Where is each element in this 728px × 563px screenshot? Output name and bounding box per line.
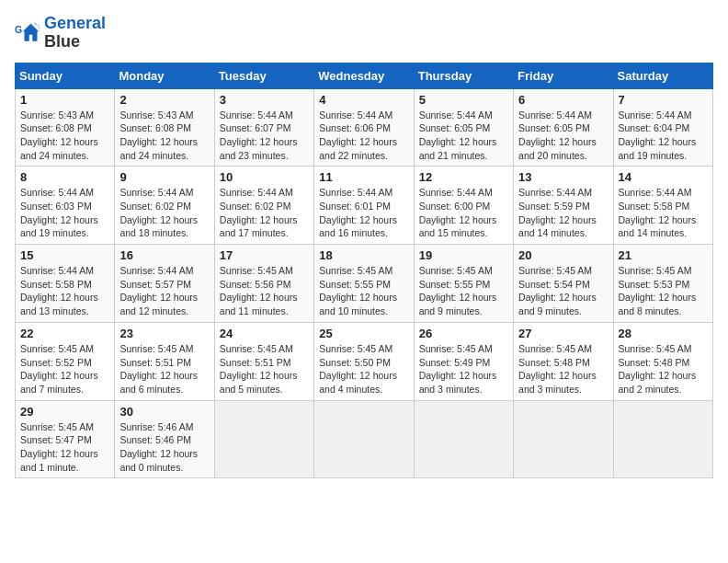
- day-info: Sunrise: 5:45 AM Sunset: 5:48 PM Dayligh…: [619, 342, 708, 396]
- day-number: 16: [119, 248, 209, 262]
- weekday-header: Tuesday: [214, 63, 313, 88]
- day-number: 3: [220, 93, 309, 107]
- day-info: Sunrise: 5:45 AM Sunset: 5:47 PM Dayligh…: [20, 420, 109, 475]
- day-number: 25: [319, 327, 408, 340]
- calendar-week-row: 15 Sunrise: 5:44 AM Sunset: 5:58 PM Dayl…: [16, 245, 713, 323]
- calendar-cell: 15 Sunrise: 5:44 AM Sunset: 5:58 PM Dayl…: [16, 245, 115, 323]
- calendar-week-row: 29 Sunrise: 5:45 AM Sunset: 5:47 PM Dayl…: [16, 400, 713, 478]
- day-info: Sunrise: 5:44 AM Sunset: 6:00 PM Dayligh…: [419, 186, 508, 240]
- calendar-cell: 25 Sunrise: 5:45 AM Sunset: 5:50 PM Dayl…: [314, 322, 414, 400]
- calendar-cell: 23 Sunrise: 5:45 AM Sunset: 5:51 PM Dayl…: [115, 322, 214, 400]
- calendar-cell: 18 Sunrise: 5:45 AM Sunset: 5:55 PM Dayl…: [314, 245, 414, 323]
- calendar-cell: 2 Sunrise: 5:43 AM Sunset: 6:08 PM Dayli…: [115, 88, 214, 167]
- day-info: Sunrise: 5:44 AM Sunset: 6:02 PM Dayligh…: [220, 186, 309, 240]
- calendar-cell: 8 Sunrise: 5:44 AM Sunset: 6:03 PM Dayli…: [16, 167, 115, 245]
- calendar-cell: 24 Sunrise: 5:45 AM Sunset: 5:51 PM Dayl…: [214, 322, 313, 400]
- weekday-header: Thursday: [414, 63, 513, 88]
- day-number: 20: [518, 248, 608, 262]
- weekday-header: Friday: [514, 63, 613, 88]
- calendar-cell: 27 Sunrise: 5:45 AM Sunset: 5:48 PM Dayl…: [514, 322, 613, 400]
- logo-line2: Blue: [44, 33, 106, 52]
- day-info: Sunrise: 5:44 AM Sunset: 6:07 PM Dayligh…: [220, 109, 309, 163]
- calendar-cell: 29 Sunrise: 5:45 AM Sunset: 5:47 PM Dayl…: [16, 400, 115, 478]
- calendar-cell: 16 Sunrise: 5:44 AM Sunset: 5:57 PM Dayl…: [115, 245, 214, 323]
- day-number: 29: [20, 405, 109, 419]
- calendar-cell: 3 Sunrise: 5:44 AM Sunset: 6:07 PM Dayli…: [214, 88, 313, 167]
- day-number: 19: [419, 248, 508, 262]
- day-info: Sunrise: 5:45 AM Sunset: 5:52 PM Dayligh…: [20, 342, 109, 396]
- day-number: 17: [220, 248, 309, 262]
- day-info: Sunrise: 5:44 AM Sunset: 6:01 PM Dayligh…: [319, 186, 408, 240]
- day-info: Sunrise: 5:44 AM Sunset: 5:57 PM Dayligh…: [119, 264, 209, 318]
- weekday-header: Sunday: [16, 63, 115, 88]
- day-number: 22: [20, 327, 109, 340]
- day-info: Sunrise: 5:44 AM Sunset: 5:58 PM Dayligh…: [619, 186, 708, 240]
- calendar-cell: 7 Sunrise: 5:44 AM Sunset: 6:04 PM Dayli…: [613, 88, 712, 167]
- day-number: 12: [419, 170, 508, 184]
- calendar-cell: 9 Sunrise: 5:44 AM Sunset: 6:02 PM Dayli…: [115, 167, 214, 245]
- calendar-cell: [314, 400, 414, 478]
- day-number: 23: [119, 327, 209, 340]
- calendar-cell: 14 Sunrise: 5:44 AM Sunset: 5:58 PM Dayl…: [613, 167, 712, 245]
- day-info: Sunrise: 5:45 AM Sunset: 5:54 PM Dayligh…: [518, 264, 608, 318]
- weekday-header: Saturday: [613, 63, 712, 88]
- day-number: 1: [20, 93, 109, 107]
- day-info: Sunrise: 5:46 AM Sunset: 5:46 PM Dayligh…: [119, 420, 209, 475]
- svg-marker-1: [23, 23, 40, 40]
- page-header: G General Blue: [15, 15, 713, 52]
- weekday-header: Wednesday: [314, 63, 414, 88]
- day-info: Sunrise: 5:44 AM Sunset: 5:58 PM Dayligh…: [20, 264, 109, 318]
- calendar-cell: [514, 400, 613, 478]
- calendar-cell: 19 Sunrise: 5:45 AM Sunset: 5:55 PM Dayl…: [414, 245, 513, 323]
- day-number: 10: [220, 170, 309, 184]
- day-number: 15: [20, 248, 109, 262]
- day-info: Sunrise: 5:44 AM Sunset: 6:04 PM Dayligh…: [619, 109, 708, 163]
- calendar-cell: [613, 400, 712, 478]
- day-number: 9: [119, 170, 209, 184]
- calendar-week-row: 8 Sunrise: 5:44 AM Sunset: 6:03 PM Dayli…: [16, 167, 713, 245]
- day-info: Sunrise: 5:45 AM Sunset: 5:55 PM Dayligh…: [319, 264, 408, 318]
- day-info: Sunrise: 5:45 AM Sunset: 5:49 PM Dayligh…: [419, 342, 508, 396]
- day-info: Sunrise: 5:45 AM Sunset: 5:51 PM Dayligh…: [119, 342, 209, 396]
- logo-line1: General: [44, 15, 106, 33]
- calendar-cell: 10 Sunrise: 5:44 AM Sunset: 6:02 PM Dayl…: [214, 167, 313, 245]
- day-info: Sunrise: 5:45 AM Sunset: 5:51 PM Dayligh…: [220, 342, 309, 396]
- day-info: Sunrise: 5:45 AM Sunset: 5:56 PM Dayligh…: [220, 264, 309, 318]
- calendar-week-row: 22 Sunrise: 5:45 AM Sunset: 5:52 PM Dayl…: [16, 322, 713, 400]
- day-number: 11: [319, 170, 408, 184]
- logo-icon: G: [15, 20, 40, 46]
- day-number: 8: [20, 170, 109, 184]
- day-number: 5: [419, 93, 508, 107]
- day-number: 21: [619, 248, 708, 262]
- calendar-cell: 6 Sunrise: 5:44 AM Sunset: 6:05 PM Dayli…: [514, 88, 613, 167]
- logo: G General Blue: [15, 15, 106, 52]
- day-number: 13: [518, 170, 608, 184]
- calendar-cell: [214, 400, 313, 478]
- calendar-cell: 5 Sunrise: 5:44 AM Sunset: 6:05 PM Dayli…: [414, 88, 513, 167]
- day-info: Sunrise: 5:44 AM Sunset: 6:02 PM Dayligh…: [119, 186, 209, 240]
- day-number: 26: [419, 327, 508, 340]
- day-number: 27: [518, 327, 608, 340]
- svg-text:G: G: [15, 24, 22, 35]
- calendar-body: 1 Sunrise: 5:43 AM Sunset: 6:08 PM Dayli…: [16, 88, 713, 478]
- day-info: Sunrise: 5:43 AM Sunset: 6:08 PM Dayligh…: [119, 109, 209, 163]
- calendar-cell: 17 Sunrise: 5:45 AM Sunset: 5:56 PM Dayl…: [214, 245, 313, 323]
- calendar-cell: 1 Sunrise: 5:43 AM Sunset: 6:08 PM Dayli…: [16, 88, 115, 167]
- calendar-cell: 22 Sunrise: 5:45 AM Sunset: 5:52 PM Dayl…: [16, 322, 115, 400]
- calendar-cell: 20 Sunrise: 5:45 AM Sunset: 5:54 PM Dayl…: [514, 245, 613, 323]
- day-info: Sunrise: 5:44 AM Sunset: 6:05 PM Dayligh…: [518, 109, 608, 163]
- day-info: Sunrise: 5:43 AM Sunset: 6:08 PM Dayligh…: [20, 109, 109, 163]
- day-number: 30: [119, 405, 209, 419]
- day-info: Sunrise: 5:44 AM Sunset: 6:06 PM Dayligh…: [319, 109, 408, 163]
- calendar-cell: 12 Sunrise: 5:44 AM Sunset: 6:00 PM Dayl…: [414, 167, 513, 245]
- calendar-cell: 4 Sunrise: 5:44 AM Sunset: 6:06 PM Dayli…: [314, 88, 414, 167]
- day-number: 7: [619, 93, 708, 107]
- day-number: 6: [518, 93, 608, 107]
- day-info: Sunrise: 5:45 AM Sunset: 5:48 PM Dayligh…: [518, 342, 608, 396]
- weekday-header-row: SundayMondayTuesdayWednesdayThursdayFrid…: [16, 63, 713, 88]
- day-info: Sunrise: 5:45 AM Sunset: 5:55 PM Dayligh…: [419, 264, 508, 318]
- day-info: Sunrise: 5:45 AM Sunset: 5:50 PM Dayligh…: [319, 342, 408, 396]
- day-number: 14: [619, 170, 708, 184]
- day-info: Sunrise: 5:44 AM Sunset: 5:59 PM Dayligh…: [518, 186, 608, 240]
- calendar-cell: 26 Sunrise: 5:45 AM Sunset: 5:49 PM Dayl…: [414, 322, 513, 400]
